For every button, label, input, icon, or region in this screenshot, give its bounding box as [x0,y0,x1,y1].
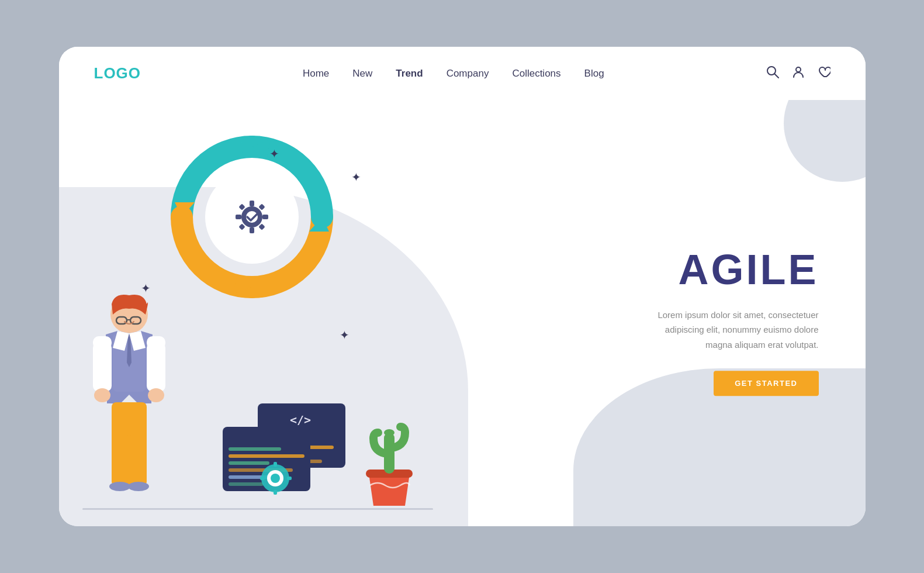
svg-rect-10 [250,201,254,206]
svg-point-2 [796,67,801,72]
svg-rect-30 [93,342,112,392]
svg-point-27 [109,482,130,491]
nav-item-blog[interactable]: Blog [584,68,604,80]
svg-rect-32 [147,342,165,392]
heart-icon[interactable] [818,65,830,81]
sparkle-2: ✦ [269,147,279,161]
hero-title: AGILE [655,246,819,294]
svg-rect-12 [236,215,241,219]
navbar: LOGO Home New Trend Company Collections … [59,47,866,100]
svg-rect-52 [274,490,277,495]
svg-rect-13 [262,215,268,219]
svg-point-50 [271,474,280,483]
svg-rect-53 [260,477,265,480]
code-screens-svg: </> [223,392,351,509]
svg-point-33 [94,388,110,402]
get-started-button[interactable]: GET STARTED [714,371,818,396]
nav-item-new[interactable]: New [352,68,372,80]
svg-rect-47 [229,482,264,486]
svg-rect-54 [287,477,292,480]
person-svg [82,286,176,509]
svg-rect-26 [130,433,147,485]
plant-svg [357,415,421,509]
svg-point-28 [128,482,149,491]
svg-line-1 [774,74,778,78]
agile-cycle-svg [153,118,351,316]
nav-item-home[interactable]: Home [303,68,329,80]
svg-point-34 [148,388,164,402]
logo[interactable]: LOGO [94,64,141,82]
sparkle-1: ✦ [351,170,361,184]
nav-item-company[interactable]: Company [447,68,489,80]
sparkle-3: ✦ [340,328,349,342]
svg-rect-25 [112,433,128,485]
svg-point-57 [384,429,394,436]
svg-rect-43 [229,454,304,458]
svg-rect-44 [229,461,269,465]
search-icon[interactable] [766,65,779,81]
svg-rect-51 [274,462,277,467]
hero-description: Lorem ipsum dolor sit amet, consectetuer… [655,308,819,353]
nav-links: Home New Trend Company Collections Blog [303,68,604,80]
bg-circle-top-right [784,100,866,182]
nav-icons [766,65,830,81]
svg-rect-11 [250,227,254,233]
svg-text:</>: </> [290,413,311,427]
nav-item-collections[interactable]: Collections [512,68,560,80]
svg-rect-42 [229,447,281,451]
main-area: ✦ ✦ ✦ ✦ [59,100,866,526]
nav-item-trend[interactable]: Trend [396,68,423,80]
main-card: LOGO Home New Trend Company Collections … [59,47,866,526]
right-content: AGILE Lorem ipsum dolor sit amet, consec… [655,246,819,396]
user-icon[interactable] [792,65,805,81]
